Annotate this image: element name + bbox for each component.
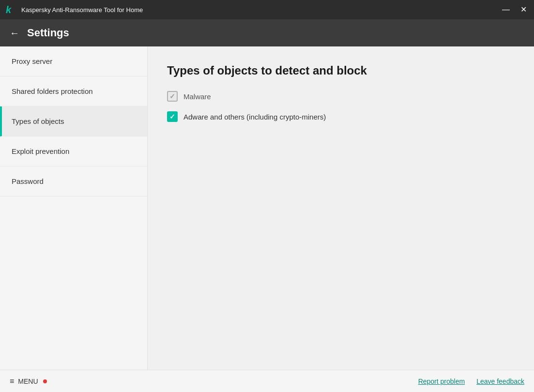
sidebar-label-shared-folders: Shared folders protection — [12, 87, 93, 95]
adware-checkbox[interactable]: ✓ — [167, 111, 178, 122]
adware-row: ✓ Adware and others (including crypto-mi… — [167, 111, 515, 122]
window-controls: — ✕ — [501, 5, 528, 15]
sidebar-item-types-of-objects[interactable]: Types of objects — [0, 106, 147, 136]
footer-menu[interactable]: ≡ MENU — [10, 377, 47, 386]
adware-checkmark-icon: ✓ — [169, 113, 175, 120]
malware-checkmark-icon: ✓ — [169, 93, 175, 100]
content-title: Types of objects to detect and block — [167, 64, 515, 77]
malware-label: Malware — [183, 92, 211, 101]
sidebar-item-proxy-server[interactable]: Proxy server — [0, 46, 147, 76]
malware-checkbox[interactable]: ✓ — [167, 91, 178, 102]
back-button[interactable]: ← — [10, 28, 19, 39]
sidebar-label-password: Password — [12, 177, 44, 185]
sidebar-item-shared-folders-protection[interactable]: Shared folders protection — [0, 76, 147, 106]
sidebar-label-proxy-server: Proxy server — [12, 57, 52, 65]
main-content: Proxy server Shared folders protection T… — [0, 46, 534, 370]
kaspersky-k-icon: k — [6, 4, 11, 15]
footer-links: Report problem Leave feedback — [418, 377, 524, 385]
app-title: Kaspersky Anti-Ransomware Tool for Home — [21, 6, 501, 14]
adware-label: Adware and others (including crypto-mine… — [183, 113, 326, 121]
titlebar: k Kaspersky Anti-Ransomware Tool for Hom… — [0, 0, 534, 19]
sidebar-label-exploit-prevention: Exploit prevention — [12, 147, 69, 155]
header-bar: ← Settings — [0, 19, 534, 46]
page-title: Settings — [27, 27, 69, 39]
minimize-button[interactable]: — — [501, 5, 511, 15]
report-problem-link[interactable]: Report problem — [418, 377, 465, 385]
content-area: Types of objects to detect and block ✓ M… — [148, 46, 534, 370]
sidebar: Proxy server Shared folders protection T… — [0, 46, 148, 370]
leave-feedback-link[interactable]: Leave feedback — [476, 377, 524, 385]
footer: ≡ MENU Report problem Leave feedback — [0, 370, 534, 392]
app-logo: k — [6, 4, 16, 15]
sidebar-label-types-of-objects: Types of objects — [12, 117, 64, 125]
menu-label: MENU — [18, 377, 38, 385]
hamburger-icon: ≡ — [10, 377, 14, 386]
sidebar-item-password[interactable]: Password — [0, 166, 147, 196]
close-button[interactable]: ✕ — [519, 5, 528, 15]
notification-dot — [43, 379, 47, 383]
malware-row: ✓ Malware — [167, 91, 515, 102]
sidebar-item-exploit-prevention[interactable]: Exploit prevention — [0, 136, 147, 166]
